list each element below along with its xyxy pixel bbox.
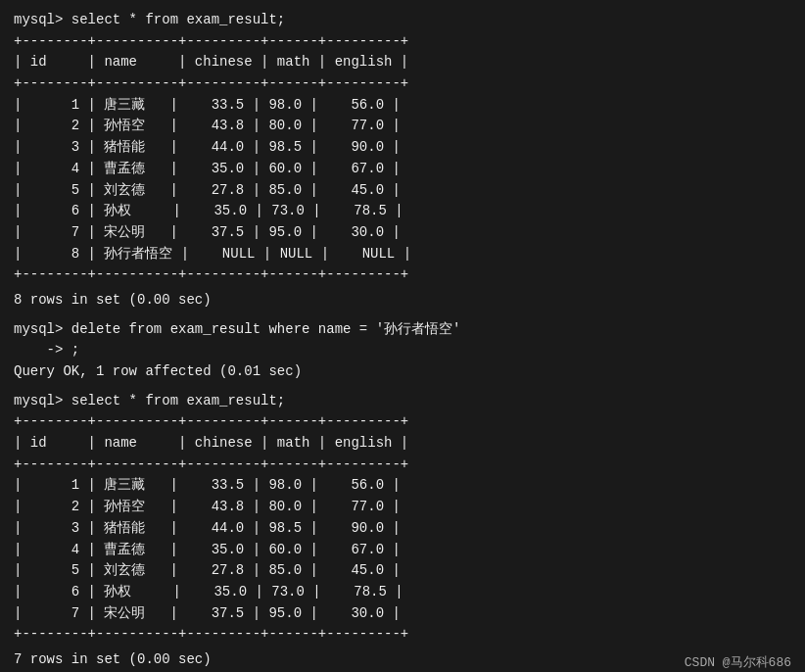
- table2-header: | id | name | chinese | math | english |: [14, 433, 791, 455]
- table-row: | 5 | 刘玄德 | 27.8 | 85.0 | 45.0 |: [14, 180, 791, 202]
- query-ok: Query OK, 1 row affected (0.01 sec): [14, 361, 791, 383]
- watermark: CSDN @马尔科686: [685, 653, 791, 671]
- command-2-line1: mysql> delete from exam_result where nam…: [14, 319, 791, 341]
- command-1: mysql> select * from exam_result;: [14, 10, 791, 31]
- table1-rows: | 1 | 唐三藏 | 33.5 | 98.0 | 56.0 || 2 | 孙悟…: [14, 95, 791, 265]
- table2-rows: | 1 | 唐三藏 | 33.5 | 98.0 | 56.0 || 2 | 孙悟…: [14, 475, 791, 624]
- table-row: | 2 | 孙悟空 | 43.8 | 80.0 | 77.0 |: [14, 497, 791, 518]
- table-row: | 8 | 孙行者悟空 | NULL | NULL | NULL |: [14, 244, 791, 265]
- table2-border-bot: +--------+----------+---------+------+--…: [14, 624, 791, 646]
- terminal: mysql> select * from exam_result; +-----…: [14, 10, 791, 671]
- table-row: | 6 | 孙权 | 35.0 | 73.0 | 78.5 |: [14, 582, 791, 603]
- table1-border-mid: +--------+----------+---------+------+--…: [14, 73, 791, 95]
- rows-info-2: 7 rows in set (0.00 sec): [14, 649, 791, 671]
- table1-border-bot: +--------+----------+---------+------+--…: [14, 264, 791, 286]
- table-row: | 7 | 宋公明 | 37.5 | 95.0 | 30.0 |: [14, 222, 791, 244]
- table-row: | 4 | 曹孟德 | 35.0 | 60.0 | 67.0 |: [14, 159, 791, 180]
- table1-header: | id | name | chinese | math | english |: [14, 52, 791, 73]
- table2-border-top: +--------+----------+---------+------+--…: [14, 411, 791, 433]
- table-row: | 4 | 曹孟德 | 35.0 | 60.0 | 67.0 |: [14, 540, 791, 561]
- table2-border-mid: +--------+----------+---------+------+--…: [14, 455, 791, 476]
- table-row: | 6 | 孙权 | 35.0 | 73.0 | 78.5 |: [14, 201, 791, 222]
- command-3: mysql> select * from exam_result;: [14, 391, 791, 412]
- table-row: | 1 | 唐三藏 | 33.5 | 98.0 | 56.0 |: [14, 95, 791, 117]
- command-2-line2: -> ;: [14, 340, 791, 361]
- table-row: | 3 | 猪悟能 | 44.0 | 98.5 | 90.0 |: [14, 518, 791, 540]
- rows-info-1: 8 rows in set (0.00 sec): [14, 290, 791, 312]
- table-row: | 7 | 宋公明 | 37.5 | 95.0 | 30.0 |: [14, 603, 791, 625]
- table-row: | 2 | 孙悟空 | 43.8 | 80.0 | 77.0 |: [14, 116, 791, 137]
- table1-border-top: +--------+----------+---------+------+--…: [14, 31, 791, 53]
- table-row: | 1 | 唐三藏 | 33.5 | 98.0 | 56.0 |: [14, 475, 791, 497]
- table-row: | 5 | 刘玄德 | 27.8 | 85.0 | 45.0 |: [14, 560, 791, 582]
- table-row: | 3 | 猪悟能 | 44.0 | 98.5 | 90.0 |: [14, 137, 791, 159]
